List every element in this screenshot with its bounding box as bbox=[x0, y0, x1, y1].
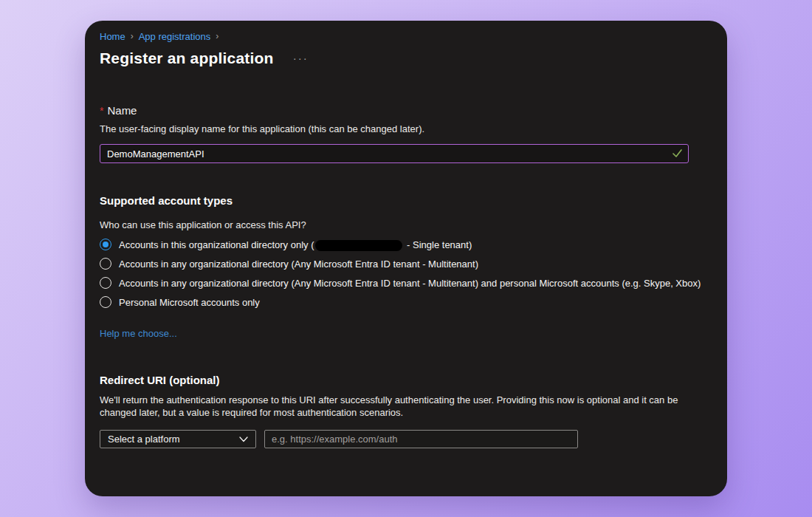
radio-unselected-icon[interactable] bbox=[100, 258, 111, 270]
account-type-radio-group: Accounts in this organizational director… bbox=[100, 239, 712, 309]
account-types-question: Who can use this application or access t… bbox=[100, 219, 712, 230]
radio-option-label: Accounts in any organizational directory… bbox=[119, 258, 478, 271]
platform-select-value: Select a platform bbox=[108, 434, 180, 445]
radio-option-multitenant-personal[interactable]: Accounts in any organizational directory… bbox=[100, 277, 712, 290]
name-field-help-text: The user-facing display name for this ap… bbox=[100, 123, 712, 134]
breadcrumb-separator-icon: › bbox=[216, 31, 219, 41]
radio-unselected-icon[interactable] bbox=[100, 277, 111, 289]
breadcrumb-app-registrations-link[interactable]: App registrations bbox=[139, 31, 211, 42]
name-field-label: *Name bbox=[100, 104, 712, 117]
radio-selected-icon[interactable] bbox=[100, 239, 111, 250]
redirect-uri-controls: Select a platform bbox=[100, 430, 712, 448]
help-me-choose-link[interactable]: Help me choose... bbox=[100, 328, 177, 339]
redacted-tenant-name bbox=[315, 240, 402, 251]
radio-option-label: Accounts in this organizational director… bbox=[119, 239, 472, 252]
more-options-icon[interactable]: ··· bbox=[293, 55, 309, 62]
title-row: Register an application ··· bbox=[100, 49, 712, 67]
radio-option-label: Personal Microsoft accounts only bbox=[119, 296, 260, 309]
name-input-wrap bbox=[100, 144, 689, 163]
radio-option-personal-only[interactable]: Personal Microsoft accounts only bbox=[100, 296, 712, 309]
checkmark-icon bbox=[672, 148, 683, 162]
breadcrumb-separator-icon: › bbox=[131, 31, 134, 41]
name-label-text: Name bbox=[107, 104, 137, 117]
breadcrumb-home-link[interactable]: Home bbox=[100, 31, 125, 42]
radio-option-multitenant[interactable]: Accounts in any organizational directory… bbox=[100, 258, 712, 271]
page-title: Register an application bbox=[100, 49, 274, 67]
radio-unselected-icon[interactable] bbox=[100, 296, 111, 308]
supported-account-types-heading: Supported account types bbox=[100, 194, 712, 207]
platform-select-dropdown[interactable]: Select a platform bbox=[100, 430, 256, 448]
radio-option-single-tenant[interactable]: Accounts in this organizational director… bbox=[100, 239, 712, 252]
chevron-down-icon bbox=[239, 434, 248, 445]
redirect-uri-heading: Redirect URI (optional) bbox=[100, 374, 712, 386]
app-name-input[interactable] bbox=[100, 144, 689, 163]
register-application-panel: Home › App registrations › Register an a… bbox=[85, 21, 727, 496]
required-asterisk: * bbox=[100, 105, 103, 117]
breadcrumb: Home › App registrations › bbox=[100, 30, 712, 43]
redirect-uri-description: We'll return the authentication response… bbox=[100, 394, 690, 419]
redirect-uri-input[interactable] bbox=[264, 430, 578, 448]
radio-option-label: Accounts in any organizational directory… bbox=[119, 277, 701, 290]
